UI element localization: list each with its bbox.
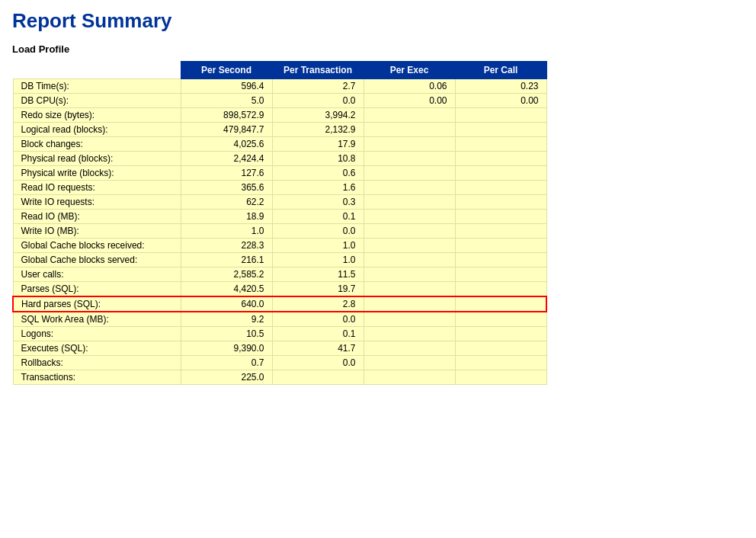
per-transaction-cell: 1.0 [272,239,364,253]
per-exec-cell [364,341,455,356]
row-label-cell: DB CPU(s): [13,94,181,108]
per-exec-cell [364,166,455,181]
per-second-cell: 0.7 [181,356,272,370]
table-row: Write IO (MB):1.00.0 [13,224,546,239]
per-exec-cell [364,370,455,385]
load-profile-table: Per Second Per Transaction Per Exec Per … [12,61,547,385]
per-transaction-cell: 1.0 [272,253,364,267]
per-exec-cell [364,224,455,239]
per-exec-cell [364,123,455,137]
table-row: Global Cache blocks received:228.31.0 [13,239,546,253]
per-call-cell [455,224,546,239]
per-transaction-cell: 0.3 [272,195,364,210]
per-call-cell [455,370,546,385]
per-transaction-cell: 41.7 [272,341,364,356]
table-row: DB Time(s):596.42.70.060.23 [13,79,546,94]
per-transaction-cell: 2,132.9 [272,123,364,137]
per-exec-cell [364,210,455,224]
per-transaction-cell: 17.9 [272,137,364,152]
per-call-cell [455,253,546,267]
per-call-cell [455,312,546,327]
per-transaction-cell: 0.0 [272,224,364,239]
row-label-cell: DB Time(s): [13,79,181,94]
row-label-cell: Global Cache blocks received: [13,239,181,253]
row-label-cell: Read IO (MB): [13,210,181,224]
per-exec-cell: 0.00 [364,94,455,108]
per-transaction-cell: 0.1 [272,327,364,341]
per-second-cell: 9.2 [181,312,272,327]
per-call-cell [455,267,546,282]
per-call-cell [455,123,546,137]
row-label-cell: User calls: [13,267,181,282]
per-transaction-cell: 3,994.2 [272,108,364,123]
table-row: Read IO (MB):18.90.1 [13,210,546,224]
per-exec-cell [364,296,455,312]
per-call-cell: 0.23 [455,79,546,94]
per-transaction-cell: 1.6 [272,181,364,195]
per-transaction-cell [272,370,364,385]
table-row: Parses (SQL):4,420.519.7 [13,282,546,297]
page-title: Report Summary [12,9,744,33]
per-call-cell [455,356,546,370]
col-header-per-transaction: Per Transaction [272,62,364,79]
per-transaction-cell: 2.7 [272,79,364,94]
row-label-cell: Physical read (blocks): [13,152,181,166]
per-call-cell [455,210,546,224]
per-second-cell: 479,847.7 [181,123,272,137]
per-exec-cell [364,282,455,297]
per-exec-cell [364,152,455,166]
per-second-cell: 2,585.2 [181,267,272,282]
per-exec-cell: 0.06 [364,79,455,94]
per-exec-cell [364,195,455,210]
table-row: Rollbacks:0.70.0 [13,356,546,370]
row-label-cell: Write IO requests: [13,195,181,210]
per-exec-cell [364,108,455,123]
row-label-cell: Logons: [13,327,181,341]
per-exec-cell [364,137,455,152]
per-exec-cell [364,312,455,327]
row-label-cell: Block changes: [13,137,181,152]
row-label-cell: Physical write (blocks): [13,166,181,181]
per-call-cell [455,181,546,195]
row-label-cell: Read IO requests: [13,181,181,195]
col-header-label [13,62,181,79]
per-exec-cell [364,327,455,341]
per-exec-cell [364,267,455,282]
per-call-cell [455,137,546,152]
col-header-per-call: Per Call [455,62,546,79]
per-exec-cell [364,253,455,267]
per-second-cell: 10.5 [181,327,272,341]
row-label-cell: Rollbacks: [13,356,181,370]
per-exec-cell [364,356,455,370]
per-call-cell [455,166,546,181]
per-transaction-cell: 2.8 [272,296,364,312]
table-row: User calls:2,585.211.5 [13,267,546,282]
table-row: Write IO requests:62.20.3 [13,195,546,210]
per-second-cell: 225.0 [181,370,272,385]
row-label-cell: Redo size (bytes): [13,108,181,123]
per-second-cell: 228.3 [181,239,272,253]
per-second-cell: 596.4 [181,79,272,94]
section-title: Load Profile [12,43,744,55]
table-row: Physical write (blocks):127.60.6 [13,166,546,181]
table-row: Hard parses (SQL):640.02.8 [13,296,546,312]
table-row: Logical read (blocks):479,847.72,132.9 [13,123,546,137]
table-row: Transactions:225.0 [13,370,546,385]
table-row: SQL Work Area (MB):9.20.0 [13,312,546,327]
table-row: Read IO requests:365.61.6 [13,181,546,195]
per-call-cell [455,341,546,356]
load-profile-container: Per Second Per Transaction Per Exec Per … [12,61,547,385]
table-row: Redo size (bytes):898,572.93,994.2 [13,108,546,123]
row-label-cell: SQL Work Area (MB): [13,312,181,327]
per-second-cell: 640.0 [181,296,272,312]
per-second-cell: 2,424.4 [181,152,272,166]
per-transaction-cell: 0.6 [272,166,364,181]
per-transaction-cell: 0.0 [272,312,364,327]
per-second-cell: 4,420.5 [181,282,272,297]
per-second-cell: 127.6 [181,166,272,181]
col-header-per-exec: Per Exec [364,62,455,79]
per-transaction-cell: 19.7 [272,282,364,297]
table-row: Block changes:4,025.617.9 [13,137,546,152]
row-label-cell: Global Cache blocks served: [13,253,181,267]
per-second-cell: 62.2 [181,195,272,210]
